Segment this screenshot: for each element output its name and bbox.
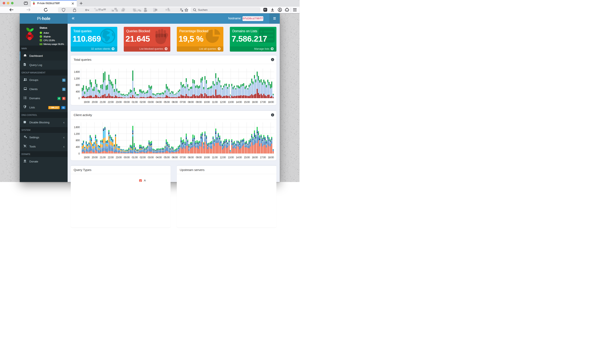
svg-text:03:00: 03:00 [148, 100, 154, 104]
svg-text:19:00: 19:00 [84, 156, 90, 159]
svg-text:05:00: 05:00 [164, 156, 170, 159]
svg-text:05:00: 05:00 [164, 100, 170, 104]
svg-text:15:00: 15:00 [244, 156, 250, 159]
svg-text:0: 0 [79, 97, 80, 100]
svg-text:i: i [272, 58, 273, 61]
svg-text:07:00: 07:00 [180, 100, 186, 104]
svg-text:A: A [182, 10, 183, 12]
svg-text:800: 800 [76, 83, 80, 87]
svg-text:09:00: 09:00 [196, 156, 202, 159]
svg-text:02:00: 02:00 [140, 156, 146, 159]
svg-text:07:00: 07:00 [180, 156, 186, 159]
svg-text:01:00: 01:00 [132, 156, 138, 159]
svg-text:800: 800 [76, 139, 80, 142]
svg-text:16:00: 16:00 [252, 100, 258, 104]
svg-text:10:00: 10:00 [204, 156, 210, 159]
svg-text:$: $ [25, 160, 25, 162]
svg-text:1.600: 1.600 [74, 70, 80, 73]
svg-text:12:00: 12:00 [220, 156, 226, 159]
svg-text:22:00: 22:00 [108, 100, 114, 104]
svg-text:23:00: 23:00 [116, 156, 122, 159]
svg-text:0: 0 [79, 152, 80, 155]
svg-text:15:00: 15:00 [244, 100, 250, 104]
svg-text:00:00: 00:00 [124, 156, 130, 159]
svg-text:00:00: 00:00 [124, 100, 130, 104]
svg-text:400: 400 [76, 145, 80, 149]
svg-text:i: i [272, 114, 273, 116]
svg-text:18:00: 18:00 [268, 100, 274, 104]
svg-text:1.600: 1.600 [74, 126, 80, 129]
svg-text:400: 400 [76, 90, 80, 93]
svg-text:18:00: 18:00 [268, 156, 274, 159]
svg-text:08:00: 08:00 [188, 156, 194, 159]
svg-text:03:00: 03:00 [148, 156, 154, 159]
svg-text:22:00: 22:00 [108, 156, 114, 159]
svg-text:13:00: 13:00 [228, 100, 234, 104]
svg-text:10:00: 10:00 [204, 100, 210, 104]
svg-text:1.200: 1.200 [74, 77, 80, 80]
svg-text:19:00: 19:00 [84, 100, 90, 104]
svg-text:14:00: 14:00 [236, 100, 242, 104]
svg-text:17:00: 17:00 [260, 156, 266, 159]
svg-text:04:00: 04:00 [156, 156, 162, 159]
svg-text:21:00: 21:00 [100, 156, 106, 159]
svg-text:16:00: 16:00 [252, 156, 258, 159]
svg-text:14:00: 14:00 [236, 156, 242, 159]
svg-text:21:00: 21:00 [100, 100, 106, 104]
svg-text:1.200: 1.200 [74, 132, 80, 135]
svg-text:11:00: 11:00 [212, 100, 218, 104]
svg-text:13:00: 13:00 [228, 156, 234, 159]
svg-text:17:00: 17:00 [260, 100, 266, 104]
svg-text:12:00: 12:00 [220, 100, 226, 104]
svg-text:06:00: 06:00 [172, 156, 178, 159]
svg-text:20:00: 20:00 [92, 100, 98, 104]
svg-text:11:00: 11:00 [212, 156, 218, 159]
svg-text:20:00: 20:00 [92, 156, 98, 159]
svg-text:23:00: 23:00 [116, 100, 122, 104]
svg-text:09:00: 09:00 [196, 100, 202, 104]
svg-text:02:00: 02:00 [140, 100, 146, 104]
svg-text:01:00: 01:00 [132, 100, 138, 104]
svg-text:06:00: 06:00 [172, 100, 178, 104]
svg-text:04:00: 04:00 [156, 100, 162, 104]
svg-text:08:00: 08:00 [188, 100, 194, 104]
